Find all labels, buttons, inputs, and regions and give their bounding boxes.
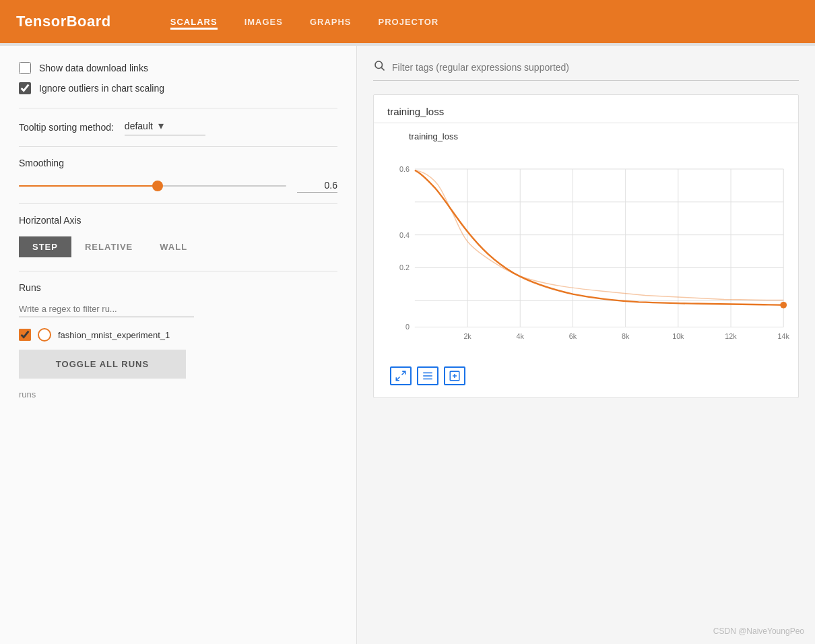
svg-point-0 (375, 61, 383, 69)
svg-text:12k: 12k (725, 332, 737, 340)
chevron-down-icon: ▾ (158, 119, 164, 132)
show-download-label: Show data download links (39, 63, 148, 73)
svg-text:2k: 2k (463, 332, 471, 340)
svg-text:14k: 14k (778, 332, 790, 340)
watermark: CSDN @NaiveYoungPeo (713, 626, 804, 636)
nav-graphs[interactable]: GRAPHS (310, 14, 352, 30)
tooltip-select[interactable]: default ▾ (125, 119, 205, 135)
pan-zoom-button[interactable] (444, 366, 465, 385)
show-download-row[interactable]: Show data download links (19, 62, 337, 74)
slider-row (19, 179, 337, 193)
slider-fill (19, 185, 158, 187)
divider-3 (19, 203, 337, 204)
run-color-dot (38, 328, 51, 342)
toggle-all-runs-button[interactable]: TOGGLE ALL RUNS (19, 350, 186, 379)
sidebar: Show data download links Ignore outliers… (0, 46, 357, 644)
smoothing-slider[interactable] (19, 179, 286, 193)
axis-buttons: STEP RELATIVE WALL (19, 236, 337, 257)
ignore-outliers-checkbox[interactable] (19, 82, 31, 94)
axis-wall-button[interactable]: WALL (146, 236, 201, 257)
smoothing-section: Smoothing (19, 158, 337, 193)
svg-line-28 (396, 377, 399, 381)
runs-filter-input[interactable] (19, 301, 194, 317)
nav-projector[interactable]: PROJECTOR (379, 14, 439, 30)
chart-card: training_loss training_loss (373, 94, 799, 398)
svg-text:6k: 6k (569, 332, 577, 340)
runs-footer: runs (19, 389, 337, 399)
nav-images[interactable]: IMAGES (244, 14, 283, 30)
run-checkbox[interactable] (19, 329, 31, 341)
axis-relative-button[interactable]: RELATIVE (71, 236, 146, 257)
svg-text:4k: 4k (517, 332, 525, 340)
ignore-outliers-row[interactable]: Ignore outliers in chart scaling (19, 82, 337, 94)
slider-thumb[interactable] (152, 181, 163, 191)
main-nav: SCALARS IMAGES GRAPHS PROJECTOR (170, 14, 438, 30)
svg-text:0.4: 0.4 (399, 231, 410, 239)
main-layout: Show data download links Ignore outliers… (0, 46, 815, 644)
svg-text:8k: 8k (622, 332, 630, 340)
svg-text:0.2: 0.2 (399, 263, 410, 271)
svg-text:10k: 10k (672, 332, 684, 340)
tag-filter-input[interactable] (392, 62, 799, 73)
divider-2 (19, 146, 337, 147)
options-section: Show data download links Ignore outliers… (19, 62, 337, 94)
app-header: TensorBoard SCALARS IMAGES GRAPHS PROJEC… (0, 0, 815, 43)
search-icon (373, 59, 385, 75)
svg-line-27 (402, 371, 405, 375)
filter-row (373, 59, 799, 81)
runs-section: Runs fashion_mnist_experiment_1 TOGGLE A… (19, 282, 337, 399)
horizontal-axis-section: Horizontal Axis STEP RELATIVE WALL (19, 215, 337, 257)
tooltip-select-value: default (125, 121, 153, 131)
divider-4 (19, 271, 337, 271)
nav-scalars[interactable]: SCALARS (170, 14, 218, 30)
ignore-outliers-label: Ignore outliers in chart scaling (39, 83, 164, 94)
show-download-checkbox[interactable] (19, 62, 31, 74)
svg-line-1 (381, 67, 384, 70)
chart-svg: 0.6 0.4 0.2 0 2k 4k 6k 8k 10k 12k 14k (382, 147, 790, 362)
chart-toolbar (382, 362, 790, 392)
svg-text:0.6: 0.6 (399, 165, 410, 173)
smoothing-label: Smoothing (19, 158, 337, 168)
smoothing-value-input[interactable] (297, 180, 337, 193)
axis-step-button[interactable]: STEP (19, 236, 71, 257)
chart-area: 0.6 0.4 0.2 0 2k 4k 6k 8k 10k 12k 14k (382, 147, 790, 362)
tooltip-section: Tooltip sorting method: default ▾ (19, 119, 337, 135)
tooltip-label: Tooltip sorting method: (19, 122, 114, 133)
toggle-lines-button[interactable] (417, 366, 438, 385)
divider-1 (19, 108, 337, 108)
content-area: training_loss training_loss (357, 46, 815, 644)
chart-section-title: training_loss (374, 95, 798, 123)
runs-label: Runs (19, 282, 337, 293)
svg-point-15 (780, 302, 787, 309)
app-logo: TensorBoard (16, 13, 111, 30)
svg-text:0: 0 (405, 323, 410, 331)
run-name: fashion_mnist_experiment_1 (58, 330, 170, 340)
chart-title: training_loss (409, 131, 790, 141)
fit-data-button[interactable] (390, 366, 412, 385)
chart-body: training_loss (374, 123, 798, 397)
run-item: fashion_mnist_experiment_1 (19, 328, 337, 342)
horizontal-axis-label: Horizontal Axis (19, 215, 337, 226)
